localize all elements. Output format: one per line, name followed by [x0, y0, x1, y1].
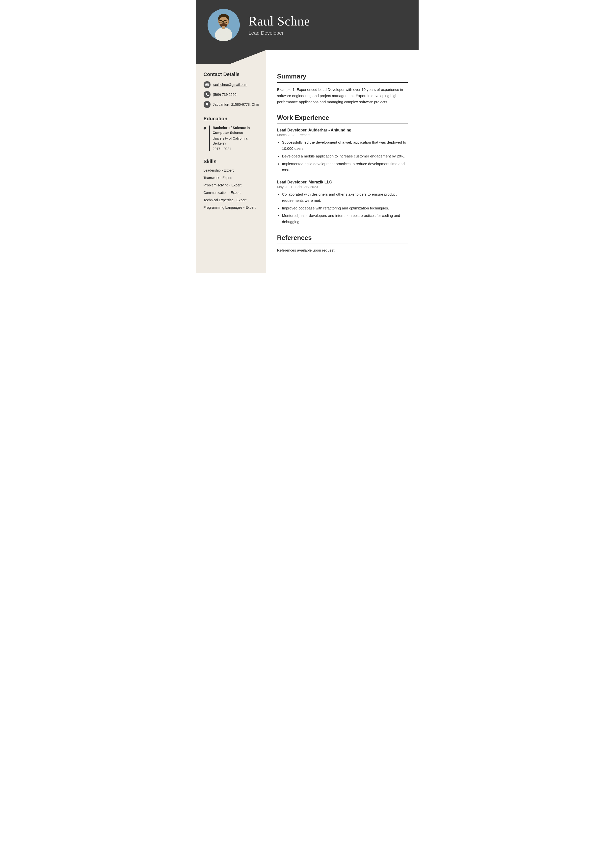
phone-value: (569) 739 2590 [213, 93, 236, 96]
references-title: References [277, 234, 408, 244]
summary-text: Example 1: Experienced Lead Developer wi… [277, 87, 408, 105]
job-title: Lead Developer, Aufderhar - Ankunding [277, 128, 408, 132]
email-item: raulschne@gmail.com [204, 81, 259, 88]
skills-title: Skills [204, 159, 259, 164]
summary-title: Summary [277, 73, 408, 83]
education-item: Bachelor of Science in Computer Science … [204, 126, 259, 151]
main-layout: Contact Details raulschne@gmail.com (569… [196, 64, 418, 273]
education-section: Education Bachelor of Science in Compute… [204, 116, 259, 151]
location-icon [204, 101, 210, 108]
avatar [208, 9, 240, 41]
job-dates: March 2023 - Present [277, 133, 408, 137]
work-section: Work Experience Lead Developer, Aufderha… [277, 114, 408, 225]
jobs-list: Lead Developer, Aufderhar - AnkundingMar… [277, 128, 408, 225]
skill-item: Leadership - Expert [204, 168, 259, 172]
summary-section: Summary Example 1: Experienced Lead Deve… [277, 73, 408, 105]
email-value: raulschne@gmail.com [213, 83, 247, 87]
header: Raul Schne Lead Developer [196, 0, 418, 64]
person-title: Lead Developer [249, 30, 310, 36]
contact-title: Contact Details [204, 71, 259, 77]
location-item: Jaquanfurt, 21585-6778, Ohio [204, 101, 259, 108]
email-icon [204, 81, 210, 88]
header-text: Raul Schne Lead Developer [249, 14, 310, 36]
chevron-decoration [196, 50, 266, 64]
references-section: References References available upon req… [277, 234, 408, 252]
location-value: Jaquanfurt, 21585-6778, Ohio [213, 102, 259, 107]
skill-item: Technical Expertise - Expert [204, 198, 259, 202]
skills-section: Skills Leadership - ExpertTeamwork - Exp… [204, 159, 259, 209]
education-title: Education [204, 116, 259, 122]
phone-icon [204, 91, 210, 98]
skill-item: Communication - Expert [204, 191, 259, 195]
job-bullet-item: Mentored junior developers and interns o… [282, 213, 408, 225]
job-bullets: Collaborated with designers and other st… [277, 191, 408, 225]
skill-item: Problem-solving - Expert [204, 183, 259, 187]
references-text: References available upon request [277, 248, 408, 252]
edu-school: University of California, Berkeley [213, 136, 259, 146]
svg-rect-10 [222, 26, 225, 29]
chevron-white [266, 50, 418, 64]
phone-item: (569) 739 2590 [204, 91, 259, 98]
job-bullet-item: Successfully led the development of a we… [282, 140, 408, 152]
skill-item: Teamwork - Expert [204, 176, 259, 180]
job-block: Lead Developer, Murazik LLCMay 2021 - Fe… [277, 180, 408, 225]
sidebar: Contact Details raulschne@gmail.com (569… [196, 64, 266, 273]
job-dates: May 2021 - February 2023 [277, 185, 408, 189]
job-block: Lead Developer, Aufderhar - AnkundingMar… [277, 128, 408, 173]
job-bullets: Successfully led the development of a we… [277, 140, 408, 173]
edu-years: 2017 - 2021 [213, 147, 259, 151]
job-bullet-item: Developed a mobile application to increa… [282, 153, 408, 160]
job-bullet-item: Collaborated with designers and other st… [282, 191, 408, 204]
job-bullet-item: Implemented agile development practices … [282, 161, 408, 173]
contact-section: Contact Details raulschne@gmail.com (569… [204, 71, 259, 108]
job-bullet-item: Improved codebase with refactoring and o… [282, 205, 408, 211]
work-title: Work Experience [277, 114, 408, 124]
edu-content: Bachelor of Science in Computer Science … [209, 126, 259, 151]
job-title: Lead Developer, Murazik LLC [277, 180, 408, 184]
edu-degree: Bachelor of Science in Computer Science [213, 126, 259, 135]
person-name: Raul Schne [249, 14, 310, 28]
skills-list: Leadership - ExpertTeamwork - ExpertProb… [204, 168, 259, 209]
main-content: Summary Example 1: Experienced Lead Deve… [266, 64, 418, 273]
edu-bullet [204, 126, 206, 151]
skill-item: Programming Languages - Expert [204, 206, 259, 209]
